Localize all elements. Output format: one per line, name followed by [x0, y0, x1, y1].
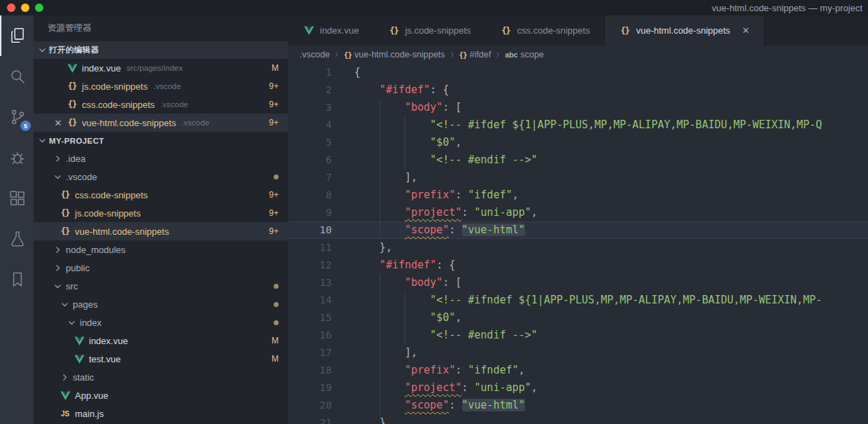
- tree-item-file[interactable]: index.vueM: [34, 331, 288, 350]
- line-number: 17: [288, 344, 332, 362]
- activity-item-bookmarks[interactable]: [0, 259, 34, 300]
- open-editor-path: src/pages/index: [127, 64, 183, 72]
- indent-guide: [354, 257, 379, 274]
- vue-file-icon: [302, 26, 315, 35]
- tree-item-file[interactable]: test.vueM: [34, 350, 288, 368]
- tree-item-file[interactable]: {}css.code-snippets9+: [34, 186, 288, 204]
- activity-item-search[interactable]: [0, 56, 34, 97]
- vue-file-icon: [73, 336, 85, 346]
- code-line-content: "<!-- #ifndef ${1|APP-PLUS,MP,MP-ALIPAY,…: [332, 292, 822, 309]
- explorer-sidebar: 资源管理器 打开的编辑器 index.vuesrc/pages/indexM{}…: [34, 15, 288, 424]
- vue-file-icon: [66, 64, 78, 73]
- code-line[interactable]: 6 "<!-- #endif -->": [288, 151, 868, 169]
- code-token: "<!-- #ifndef ${1|APP-PLUS,MP,MP-ALIPAY,…: [430, 294, 822, 306]
- line-number: 3: [288, 99, 332, 116]
- tree-item-folder[interactable]: src: [34, 277, 288, 295]
- code-line[interactable]: 1{: [288, 64, 868, 81]
- decoration-badge: M: [272, 63, 279, 73]
- indent-guide: [379, 344, 405, 362]
- code-line[interactable]: 20 "scope": "vue-html": [288, 397, 868, 414]
- code-token: ],: [405, 171, 417, 184]
- indent-guide: [379, 99, 405, 116]
- code-line[interactable]: 10 "scope": "vue-html": [288, 221, 868, 239]
- tree-item-label: .vscode: [66, 172, 97, 182]
- activity-item-debug[interactable]: [0, 137, 34, 178]
- tree-item-file[interactable]: {}js.code-snippets9+: [34, 204, 288, 222]
- code-line[interactable]: 14 "<!-- #ifndef ${1|APP-PLUS,MP,MP-ALIP…: [288, 292, 868, 309]
- code-line[interactable]: 13 "body": [: [288, 274, 868, 292]
- code-line[interactable]: 21 },: [288, 414, 868, 424]
- activity-item-test[interactable]: [0, 219, 34, 259]
- minimize-window-button[interactable]: [21, 4, 29, 12]
- line-number: 20: [288, 397, 332, 414]
- breadcrumb-item[interactable]: {}#ifdef: [459, 50, 491, 60]
- code-line-content: ],: [332, 169, 417, 186]
- open-editor-item[interactable]: ✕{}vue-html.code-snippets.vscode9+: [34, 114, 288, 132]
- decoration-badge: 9+: [269, 190, 279, 200]
- indent-guide: [379, 274, 405, 292]
- chevron-down-icon: [67, 318, 76, 327]
- tree-item-file[interactable]: JSmain.js: [34, 404, 288, 423]
- code-line[interactable]: 15 "$0",: [288, 309, 868, 327]
- code-token: :: [455, 189, 468, 201]
- code-line[interactable]: 18 "prefix": "ifndef",: [288, 362, 868, 379]
- tree-item-folder[interactable]: static: [34, 368, 288, 386]
- tree-item-folder[interactable]: public: [34, 259, 288, 277]
- editor-tab[interactable]: {}js.code-snippets: [374, 15, 486, 46]
- tree-item-file[interactable]: App.vue: [34, 386, 288, 404]
- search-icon: [8, 67, 27, 86]
- zoom-window-button[interactable]: [35, 4, 43, 12]
- open-editor-item[interactable]: index.vuesrc/pages/indexM: [34, 59, 288, 77]
- indent-guide: [405, 134, 430, 151]
- json-braces-icon: {}: [388, 26, 400, 36]
- chevron-down-icon: [53, 282, 62, 291]
- code-line[interactable]: 4 "<!-- #ifdef ${1|APP-PLUS,MP,MP-ALIPAY…: [288, 116, 868, 134]
- tree-item-label: js.code-snippets: [75, 208, 141, 219]
- activity-item-extensions[interactable]: [0, 178, 34, 219]
- tree-item-folder[interactable]: .vscode: [34, 167, 288, 186]
- breadcrumb-item[interactable]: .vscode: [300, 50, 330, 60]
- editor-tab[interactable]: {}css.code-snippets: [486, 15, 605, 46]
- tree-item-file[interactable]: {}vue-html.code-snippets9+: [34, 222, 288, 240]
- code-line[interactable]: 11 },: [288, 239, 868, 257]
- code-line[interactable]: 8 "prefix": "ifdef",: [288, 186, 868, 204]
- code-token: "body": [405, 276, 442, 289]
- open-editor-item[interactable]: {}js.code-snippets.vscode9+: [34, 77, 288, 95]
- window-controls: [0, 4, 43, 12]
- code-line[interactable]: 12 "#ifndef": {: [288, 257, 868, 274]
- code-line[interactable]: 2 "#ifdef": {: [288, 81, 868, 99]
- close-window-button[interactable]: [7, 4, 15, 12]
- code-line[interactable]: 7 ],: [288, 169, 868, 186]
- code-token: :: [449, 224, 461, 236]
- project-section-header[interactable]: MY-PROJECT: [34, 132, 288, 149]
- code-editor[interactable]: 1{2 "#ifdef": {3 "body": [4 "<!-- #ifdef…: [288, 64, 868, 424]
- indent-guide: [354, 221, 379, 239]
- tree-item-folder[interactable]: index: [34, 313, 288, 331]
- activity-item-source-control[interactable]: 5: [0, 97, 34, 137]
- open-editors-section-header[interactable]: 打开的编辑器: [34, 41, 288, 59]
- tree-item-folder[interactable]: node_modules: [34, 240, 288, 259]
- activity-item-explorer[interactable]: [0, 15, 34, 56]
- tree-item-folder[interactable]: pages: [34, 295, 288, 313]
- editor-tab[interactable]: index.vue: [288, 15, 374, 46]
- code-line[interactable]: 3 "body": [: [288, 99, 868, 116]
- open-editor-item[interactable]: {}css.code-snippets.vscode9+: [34, 95, 288, 114]
- window-title: vue-html.code-snippets — my-project: [712, 3, 862, 13]
- code-line[interactable]: 9 "project": "uni-app",: [288, 204, 868, 221]
- code-line[interactable]: 17 ],: [288, 344, 868, 362]
- editor-tab[interactable]: {}vue-html.code-snippets✕: [605, 15, 764, 46]
- chevron-down-icon: [38, 46, 47, 55]
- breadcrumb-item[interactable]: {}vue-html.code-snippets: [344, 50, 444, 60]
- line-number: 7: [288, 169, 332, 186]
- breadcrumb-item[interactable]: abcscope: [505, 50, 543, 60]
- code-line[interactable]: 5 "$0",: [288, 134, 868, 151]
- close-editor-icon[interactable]: ✕: [50, 118, 66, 128]
- close-tab-icon[interactable]: ✕: [742, 25, 750, 36]
- json-braces-icon: {}: [459, 50, 467, 60]
- indent-guide: [379, 397, 405, 414]
- code-line[interactable]: 19 "project": "uni-app",: [288, 379, 868, 397]
- code-line[interactable]: 16 "<!-- #endif -->": [288, 327, 868, 344]
- tab-label: js.code-snippets: [405, 25, 471, 36]
- chevron-right-icon: [60, 373, 69, 382]
- tree-item-folder[interactable]: .idea: [34, 149, 288, 167]
